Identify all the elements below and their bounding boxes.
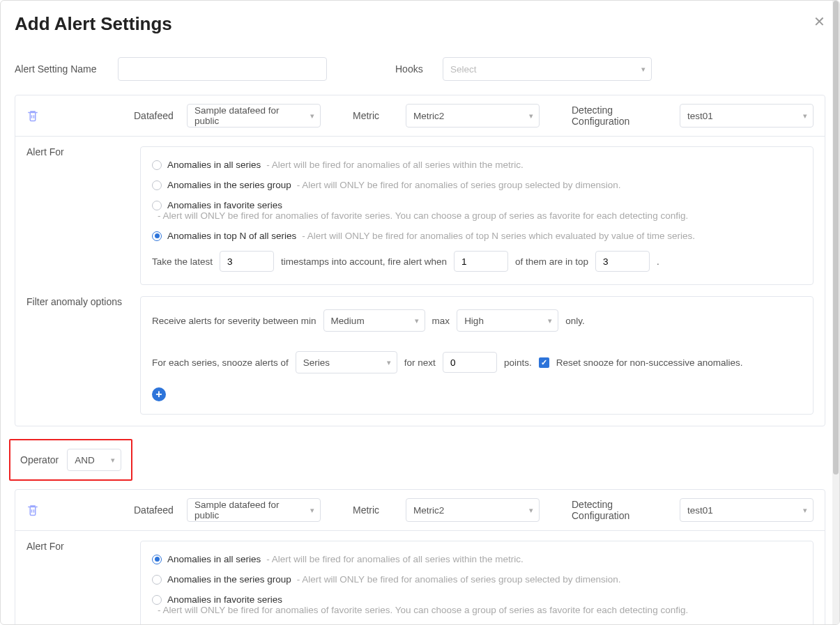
detecting-config-select[interactable]: test01 ▾ [680,104,814,128]
chevron-down-icon: ▾ [529,506,533,515]
datafeed-label: Datafeed [134,110,176,121]
radio-icon [152,180,162,190]
chevron-down-icon: ▾ [641,65,646,74]
chevron-down-icon: ▾ [803,111,807,121]
severity-min-select[interactable]: Medium ▾ [323,309,425,332]
hooks-select[interactable]: Select ▾ [443,57,652,81]
snooze-text-1: For each series, snooze alerts of [152,357,289,368]
alert-for-label: Alert For [26,541,128,624]
radio-top-n[interactable]: Anomalies in top N of all series - Alert… [152,231,802,241]
reset-snooze-checkbox[interactable]: ✓ [539,357,549,368]
topn-when-input[interactable] [454,251,508,272]
severity-max-select[interactable]: High ▾ [457,309,558,332]
snooze-row: For each series, snooze alerts of Series… [152,351,802,373]
radio-series-group[interactable]: Anomalies in the series group - Alert wi… [152,180,802,190]
snooze-text-3: points. [504,357,532,368]
radio-label: Anomalies in favorite series [167,594,282,605]
radio-label: Anomalies in all series [167,554,261,564]
radio-favorite-series[interactable]: Anomalies in favorite series - Alert wil… [152,200,802,221]
chevron-down-icon: ▾ [387,358,391,367]
page-title: Add Alert Settings [15,13,825,35]
chevron-down-icon: ▾ [310,506,314,515]
radio-icon [152,595,162,605]
snooze-text-2: for next [404,357,436,368]
severity-max-value: High [464,316,484,326]
radio-desc: - Alert will ONLY be fired for anomalies… [297,180,621,190]
vertical-scrollbar[interactable] [832,1,839,624]
datafeed-value: Sample datafeed for public [194,105,300,126]
radio-desc: - Alert will ONLY be fired for anomalies… [302,231,695,241]
config-block-2: Datafeed Sample datafeed for public ▾ Me… [15,489,825,624]
severity-text-1: Receive alerts for severity between min [152,316,316,326]
alert-for-section: Alert For Anomalies in all series - Aler… [15,137,825,296]
radio-desc: - Alert will be fired for anomalies of a… [266,160,523,170]
radio-icon [152,201,162,210]
radio-icon [152,231,162,241]
detecting-config-label: Detecting Configuration [572,499,669,521]
config-block-1: Datafeed Sample datafeed for public ▾ Me… [15,95,825,426]
filter-anomaly-panel: Receive alerts for severity between min … [140,296,814,415]
radio-desc: - Alert will ONLY be fired for anomalies… [158,210,688,221]
datafeed-label: Datafeed [134,504,176,516]
radio-favorite-series[interactable]: Anomalies in favorite series - Alert wil… [152,594,802,615]
chevron-down-icon: ▾ [310,111,314,121]
topn-text-3: of them are in top [515,256,588,267]
metric-select[interactable]: Metric2 ▾ [406,104,540,128]
detecting-config-label: Detecting Configuration [572,105,669,127]
radio-label: Anomalies in the series group [167,180,291,190]
reset-snooze-label: Reset snooze for non-successive anomalie… [556,357,743,368]
add-filter-button[interactable]: + [152,387,166,401]
alert-for-section-2: Alert For Anomalies in all series - Aler… [15,531,825,624]
alert-for-panel-2: Anomalies in all series - Alert will be … [140,541,814,624]
radio-label: Anomalies in the series group [167,574,291,585]
config-header-1: Datafeed Sample datafeed for public ▾ Me… [15,95,825,137]
severity-min-value: Medium [331,316,365,326]
severity-text-3: only. [565,316,585,326]
radio-icon [152,160,162,170]
trash-icon[interactable] [26,504,39,516]
severity-text-2: max [432,316,450,326]
detecting-config-value: test01 [687,111,713,121]
metric-value: Metric2 [413,111,444,121]
topn-text-2: timestamps into account, fire alert when [281,256,447,267]
radio-desc: - Alert will ONLY be fired for anomalies… [158,605,688,615]
metric-select[interactable]: Metric2 ▾ [406,498,540,522]
snooze-points-input[interactable] [443,352,497,373]
top-row: Alert Setting Name Hooks Select ▾ [15,57,825,81]
alert-for-panel: Anomalies in all series - Alert will be … [140,146,814,285]
chevron-down-icon: ▾ [803,506,807,515]
radio-all-series[interactable]: Anomalies in all series - Alert will be … [152,554,802,564]
operator-value: AND [75,455,95,465]
scrollbar-thumb[interactable] [833,1,839,474]
metric-label: Metric [353,504,395,516]
add-alert-settings-dialog: ✕ Add Alert Settings Alert Setting Name … [1,1,839,624]
alert-setting-name-label: Alert Setting Name [15,63,105,75]
chevron-down-icon: ▾ [548,316,552,325]
radio-desc: - Alert will be fired for anomalies of a… [266,554,523,564]
datafeed-select[interactable]: Sample datafeed for public ▾ [187,104,321,128]
close-icon[interactable]: ✕ [814,13,825,30]
hooks-label: Hooks [395,63,430,75]
operator-select[interactable]: AND ▾ [67,449,121,471]
severity-row: Receive alerts for severity between min … [152,309,802,332]
radio-label: Anomalies in top N of all series [167,231,296,241]
detecting-config-select[interactable]: test01 ▾ [680,498,814,522]
radio-series-group[interactable]: Anomalies in the series group - Alert wi… [152,574,802,585]
radio-label: Anomalies in favorite series [167,200,282,210]
alert-setting-name-input[interactable] [118,57,327,81]
metric-label: Metric [353,110,395,121]
topn-latest-input[interactable] [220,251,274,272]
trash-icon[interactable] [26,109,39,122]
topn-text-1: Take the latest [152,256,213,267]
detecting-config-value: test01 [687,505,713,516]
datafeed-select[interactable]: Sample datafeed for public ▾ [187,498,321,522]
operator-box: Operator AND ▾ [9,439,132,481]
alert-for-label: Alert For [26,146,128,285]
snooze-scope-select[interactable]: Series ▾ [296,351,397,373]
top-n-inputs: Take the latest timestamps into account,… [152,251,802,272]
radio-label: Anomalies in all series [167,160,261,170]
radio-all-series[interactable]: Anomalies in all series - Alert will be … [152,160,802,170]
chevron-down-icon: ▾ [415,316,419,325]
operator-label: Operator [20,454,59,465]
topn-top-input[interactable] [595,251,650,272]
